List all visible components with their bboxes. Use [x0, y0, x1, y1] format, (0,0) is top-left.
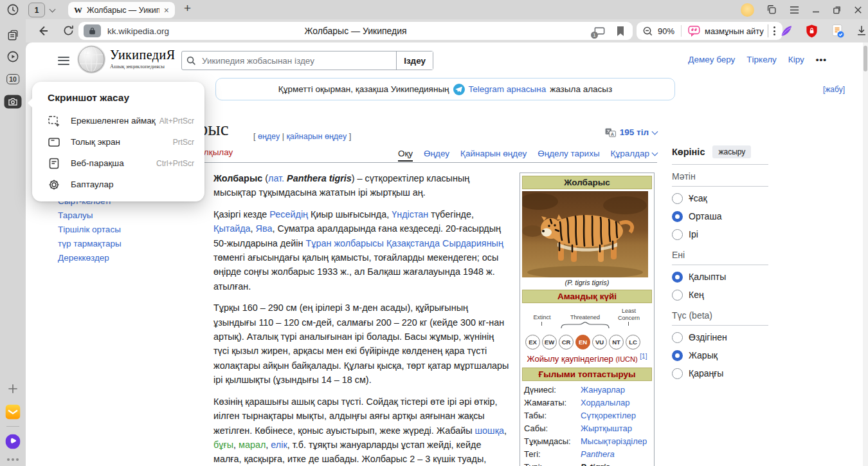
menu-item-capture-area[interactable]: Ерекшеленген аймақ Alt+PrtScr — [32, 110, 204, 131]
tab-edit[interactable]: Өңдеу — [424, 149, 449, 162]
label-threatened: Threatened — [559, 314, 611, 321]
sidebar-divider — [6, 426, 19, 427]
status-link[interactable]: Жойылу қаупіндегілер — [527, 354, 613, 364]
tab-history[interactable]: Өңделу тарихы — [538, 149, 599, 162]
status-VU[interactable]: VU — [592, 335, 607, 350]
chevron-down-icon[interactable] — [50, 6, 56, 12]
browser-menu-icon[interactable] — [789, 5, 800, 15]
zoom-out-icon[interactable] — [642, 26, 653, 37]
tile-windows-icon[interactable] — [766, 4, 777, 15]
close-window-icon[interactable] — [853, 5, 863, 15]
paragraph: Көзінің қарашығы ашық сары түсті. Сойдақ… — [213, 395, 512, 466]
register-link[interactable]: Тіркелу — [746, 55, 777, 64]
toc-item[interactable]: Тіршілік ортасы — [58, 223, 122, 237]
status-LC[interactable]: LC — [626, 335, 640, 350]
tab-count-badge[interactable]: 10 — [6, 74, 19, 84]
tabs-panel-icon[interactable] — [6, 29, 20, 42]
status-EN[interactable]: EN — [575, 335, 590, 350]
menu-item-settings[interactable]: Баптаулар — [32, 174, 204, 195]
tools-menu[interactable]: Құралдар — [611, 149, 657, 162]
protect-shield-icon[interactable] — [805, 24, 818, 38]
download-icon[interactable] — [855, 24, 868, 37]
donate-link[interactable]: Демеу беру — [688, 55, 735, 64]
wiki-user-links: Демеу беру Тіркелу Кіру ••• — [688, 55, 827, 64]
window-controls — [741, 0, 863, 19]
reload-icon[interactable] — [62, 24, 75, 37]
screenshot-menu-title: Скриншот жасау — [32, 91, 204, 110]
table-row: Табы: Сүтқоректілер — [522, 409, 652, 422]
title-edit-links[interactable]: [ өңдеу | қайнарын өңдеу ] — [253, 132, 351, 141]
toc-item[interactable]: Дереккөздер — [58, 251, 122, 265]
status-CR[interactable]: CR — [559, 335, 574, 350]
sidebar-more-icon[interactable] — [7, 458, 19, 461]
taxobox: Жолбарыс — [520, 172, 655, 466]
search-input[interactable] — [201, 55, 396, 66]
share-icon[interactable]: 1 — [593, 25, 606, 37]
user-more-menu[interactable]: ••• — [816, 55, 827, 64]
radio-text-large[interactable]: Ірі — [672, 225, 768, 243]
menu-item-web-page[interactable]: Веб-парақша Ctrl+PrtScr — [32, 153, 204, 174]
status-ref[interactable]: [1] — [640, 353, 647, 360]
address-bar[interactable]: kk.wikipedia.org Жолбарыс — Уикипедия 1 — [78, 22, 633, 40]
menu-item-full-screen[interactable]: Толық экран PrtScr — [32, 131, 204, 153]
toc-item[interactable]: Таралуы — [58, 209, 122, 223]
radio-width-standard[interactable]: Қалыпты — [672, 268, 768, 286]
banner-close-link[interactable]: [жабу] — [823, 85, 845, 94]
status-NT[interactable]: NT — [609, 335, 624, 350]
search-button[interactable]: Іздеу — [396, 51, 433, 70]
label-extinct: Extinct — [527, 314, 557, 321]
bookmark-icon[interactable] — [616, 26, 625, 37]
pill-more-icon[interactable] — [772, 26, 777, 35]
video-player-icon[interactable] — [6, 50, 20, 64]
status-EX[interactable]: EX — [525, 335, 540, 350]
translate-doc-icon[interactable] — [831, 24, 845, 39]
new-tab-button[interactable]: + — [184, 1, 191, 15]
back-icon[interactable] — [36, 24, 50, 38]
url-domain[interactable]: kk.wikipedia.org — [107, 26, 169, 36]
scrollbar-thumb[interactable] — [863, 46, 867, 71]
sidebar-add-icon[interactable] — [7, 383, 19, 395]
wiki-menu-icon[interactable] — [58, 54, 69, 67]
language-selector[interactable]: A 195 тіл — [605, 127, 657, 137]
browser-tab-active[interactable]: W Жолбарыс — Уикипеди × — [68, 2, 175, 18]
tab-edit-source[interactable]: Қайнарын өңдеу — [460, 149, 527, 162]
profile-avatar[interactable] — [741, 3, 754, 17]
alice-assistant-icon[interactable] — [6, 434, 21, 449]
read-aloud-label[interactable]: мазмұнын айту — [705, 26, 764, 36]
wikipedia-wordmark[interactable]: УикипедиЯ Ашық энциклопедиясы — [110, 48, 176, 70]
maximize-icon[interactable] — [832, 5, 842, 15]
radio-color-light[interactable]: Жарық — [672, 346, 768, 364]
radio-color-dark[interactable]: Қараңғы — [672, 364, 768, 382]
telegram-banner: Құрметті оқырман, қазақша Уикипедияның T… — [215, 78, 675, 100]
wikipedia-favicon: W — [74, 5, 82, 15]
status-circles: EX EW CR EN VU NT LC — [525, 335, 640, 350]
radio-text-medium[interactable]: Орташа — [672, 207, 768, 225]
toc-item[interactable]: түр тармақтары — [58, 237, 122, 251]
minimize-icon[interactable] — [811, 5, 820, 14]
editor-feather-icon[interactable] — [779, 24, 793, 38]
section-text: Мәтін — [672, 165, 768, 187]
radio-text-small[interactable]: Ұсақ — [672, 189, 768, 207]
history-icon[interactable] — [6, 3, 20, 17]
view-tabs: Оқу Өңдеу Қайнарын өңдеу Өңделу тарихы Қ… — [398, 145, 657, 162]
search-box: Іздеу — [181, 51, 433, 70]
radio-width-wide[interactable]: Кең — [672, 286, 768, 304]
tab-counter-value: 1 — [28, 3, 45, 17]
tab-read[interactable]: Оқу — [398, 149, 413, 162]
wikipedia-globe-logo[interactable] — [77, 45, 105, 73]
hide-button[interactable]: жасыру — [712, 145, 751, 158]
read-aloud-icon[interactable] — [688, 25, 700, 37]
mail-icon[interactable] — [6, 405, 21, 420]
radio-color-auto[interactable]: Өздігінен — [672, 328, 768, 346]
status-EW[interactable]: EW — [542, 335, 557, 350]
login-link[interactable]: Кіру — [788, 55, 804, 64]
tab-close-icon[interactable]: × — [164, 5, 169, 15]
label-least-concern: LeastConcern — [613, 308, 644, 322]
screenshot-tool-icon[interactable] — [5, 95, 22, 109]
tab-counter[interactable]: 1 — [28, 3, 55, 17]
section-width: Ені — [672, 243, 768, 265]
scrollbar[interactable] — [863, 42, 868, 466]
telegram-channel-link[interactable]: Telegram арнасына — [469, 84, 547, 94]
zoom-level[interactable]: 90% — [658, 26, 674, 36]
tiger-image[interactable] — [522, 191, 648, 277]
